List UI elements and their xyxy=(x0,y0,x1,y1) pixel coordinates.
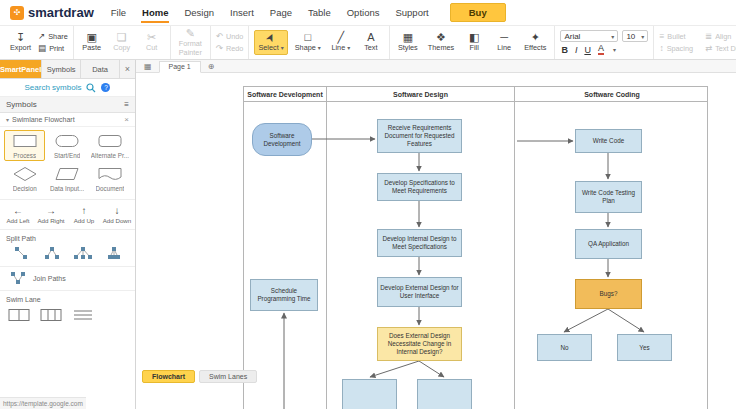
node-qa-application[interactable]: QA Application xyxy=(575,229,642,259)
drawing-area[interactable]: Software DevelopmentSoftware DesignSoftw… xyxy=(136,73,736,409)
buy-button[interactable]: Buy xyxy=(450,3,506,22)
symbol-group-row[interactable]: ▾ Swimlane Flowchart × xyxy=(0,113,135,127)
shape-alternate-pr[interactable]: Alternate Pr... xyxy=(89,130,131,161)
format-painter-group: ✎ Format Painter xyxy=(171,26,211,59)
menu-item-insert[interactable]: Insert xyxy=(229,4,255,21)
shape-decision[interactable]: Decision xyxy=(4,163,45,194)
collapse-icon[interactable]: ▾ xyxy=(6,116,9,123)
lane-header-software-design[interactable]: Software Design xyxy=(327,87,515,102)
shape-start-end[interactable]: Start/End xyxy=(46,130,87,161)
lane-header-software-coding[interactable]: Software Coding xyxy=(515,87,708,102)
tools-group: ➤ Select▾ □ Shape▾ ╱ Line▾ A Text xyxy=(249,26,389,59)
join-paths-row[interactable]: Join Paths xyxy=(0,266,135,290)
menu-item-options[interactable]: Options xyxy=(346,4,381,21)
menubar: smartdraw FileHomeDesignInsertPageTableO… xyxy=(0,0,736,26)
font-size-caret-icon: ▾ xyxy=(641,33,644,40)
export-button[interactable]: ↧ Export xyxy=(7,31,34,53)
split-path-icon-4[interactable] xyxy=(104,246,124,260)
menu-item-file[interactable]: File xyxy=(110,4,127,21)
add-page-icon[interactable]: ⊕ xyxy=(208,62,215,71)
node-write-code-testing-plan[interactable]: Write Code Testing Plan xyxy=(575,181,642,213)
underline-button[interactable]: U xyxy=(584,45,591,55)
split-path-icon-2[interactable] xyxy=(42,246,62,260)
node-software-development[interactable]: Software Development xyxy=(252,123,312,156)
panel-tab-data[interactable]: Data xyxy=(81,60,120,78)
menu-item-support[interactable]: Support xyxy=(394,4,429,21)
share-button[interactable]: ↗Share xyxy=(38,32,68,41)
node-does-external-design-necessitate-change[interactable]: Does External Design Necessitate Change … xyxy=(377,327,462,361)
vertical-three-lane-icon[interactable] xyxy=(40,308,62,322)
node-partial-left[interactable] xyxy=(342,379,397,409)
shape-process[interactable]: Process xyxy=(4,130,45,161)
vertical-two-lane-icon[interactable] xyxy=(8,308,30,322)
line-style-button[interactable]: ─ Line xyxy=(491,31,517,53)
shape-document[interactable]: Document xyxy=(89,163,131,194)
cut-button[interactable]: ✂ Cut xyxy=(139,31,165,53)
menu-item-table[interactable]: Table xyxy=(307,4,332,21)
shape-data-input[interactable]: Data Input... xyxy=(46,163,87,194)
shape-label: Alternate Pr... xyxy=(91,152,129,159)
italic-button[interactable]: I xyxy=(575,45,578,55)
decision-shape-icon xyxy=(12,166,38,184)
add-right-button[interactable]: →Add Right xyxy=(35,206,67,224)
remove-group-icon[interactable]: × xyxy=(124,115,129,124)
panel-tab-symbols[interactable]: Symbols xyxy=(42,60,81,78)
node-no[interactable]: No xyxy=(537,334,592,361)
node-develop-specifications[interactable]: Develop Specifications to Meet Requireme… xyxy=(377,173,462,201)
lane-header-software-development[interactable]: Software Development xyxy=(244,87,327,102)
node-write-code[interactable]: Write Code xyxy=(575,129,642,153)
spacing-button[interactable]: ↕Spacing xyxy=(659,44,693,53)
fill-button[interactable]: ◧ Fill xyxy=(461,31,487,53)
print-button[interactable]: ▤Print xyxy=(38,44,68,53)
paste-button[interactable]: ▣ Paste xyxy=(79,31,105,53)
font-color-button[interactable]: A xyxy=(598,44,604,55)
line-tool-button[interactable]: ╱ Line▾ xyxy=(328,31,354,53)
bold-button[interactable]: B xyxy=(561,45,568,55)
shape-tool-button[interactable]: □ Shape▾ xyxy=(292,31,324,53)
select-tool-button[interactable]: ➤ Select▾ xyxy=(254,30,287,54)
styles-button[interactable]: ▦ Styles xyxy=(395,31,421,53)
lane-rows-icon[interactable] xyxy=(72,308,94,322)
add-up-button[interactable]: ↑Add Up xyxy=(68,206,100,224)
menu-item-home[interactable]: Home xyxy=(141,4,169,21)
effects-button[interactable]: ✦ Effects xyxy=(521,31,549,53)
node-develop-external-design[interactable]: Develop External Design for User Interfa… xyxy=(377,277,462,307)
symbol-search[interactable]: Search symbols ? xyxy=(0,79,135,97)
node-yes[interactable]: Yes xyxy=(617,334,672,361)
font-color-caret-icon[interactable]: ▾ xyxy=(613,46,616,53)
line-style-label: Line xyxy=(497,44,511,52)
align-button[interactable]: ≣Align xyxy=(705,32,736,41)
format-painter-button[interactable]: ✎ Format Painter xyxy=(176,27,205,57)
menu-item-design[interactable]: Design xyxy=(183,4,215,21)
node-schedule-programming-time[interactable]: Schedule Programming Time xyxy=(250,279,318,311)
smartdraw-logo[interactable]: smartdraw xyxy=(10,5,94,20)
text-tool-button[interactable]: A Text xyxy=(358,31,384,53)
add-left-button[interactable]: ←Add Left xyxy=(2,206,34,224)
undo-button[interactable]: ↶Undo xyxy=(216,32,244,41)
sheet-tab-swim-lanes[interactable]: Swim Lanes xyxy=(199,370,257,383)
copy-button[interactable]: ❏ Copy xyxy=(109,31,135,53)
symbols-menu-icon[interactable]: ≡ xyxy=(124,100,129,109)
node-receive-requirements[interactable]: Receive Requirements Document for Reques… xyxy=(377,119,462,153)
add-down-button[interactable]: ↓Add Down xyxy=(101,206,133,224)
themes-button[interactable]: ❖ Themes xyxy=(425,31,457,53)
redo-button[interactable]: ↷Redo xyxy=(216,44,244,53)
node-develop-internal-design[interactable]: Develop Internal Design to Meet Specific… xyxy=(377,229,462,257)
split-path-icon-1[interactable] xyxy=(11,246,31,260)
split-path-icon-3[interactable] xyxy=(73,246,93,260)
sheet-tab-flowchart[interactable]: Flowchart xyxy=(142,370,195,383)
page-bar: ▦ Page 1 ⊕ xyxy=(136,60,736,73)
panel-tab-smartpanel[interactable]: SmartPanel xyxy=(0,60,42,78)
node-partial-right[interactable] xyxy=(417,379,472,409)
text-direction-button[interactable]: ⇄Text Direction xyxy=(705,44,736,53)
help-icon[interactable]: ? xyxy=(101,83,110,92)
font-family-select[interactable]: Arial▾ xyxy=(560,30,618,42)
page-tab[interactable]: Page 1 xyxy=(159,61,201,73)
panel-close-icon[interactable]: × xyxy=(120,60,135,78)
menu-item-page[interactable]: Page xyxy=(269,4,293,21)
font-size-select[interactable]: 10▾ xyxy=(622,30,648,42)
bullet-button[interactable]: ≡Bullet xyxy=(659,32,693,41)
add-up-label: Add Up xyxy=(74,217,95,224)
page-list-icon[interactable]: ▦ xyxy=(144,62,152,71)
node-bugs[interactable]: Bugs? xyxy=(575,279,642,309)
